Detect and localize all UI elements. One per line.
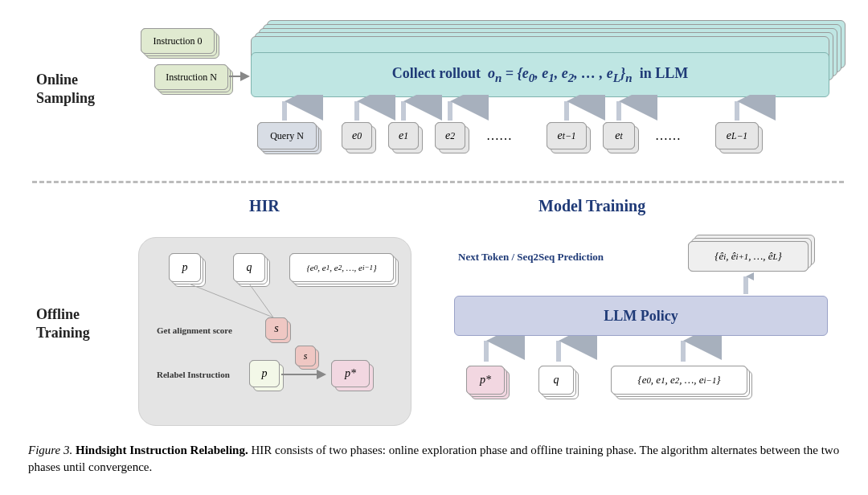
e2-card: e2 <box>435 122 465 149</box>
phase-divider <box>32 181 844 183</box>
relabel-arrow <box>280 366 330 382</box>
ellipsis-1: …… <box>486 129 512 143</box>
svg-line-8 <box>189 284 273 317</box>
e1-card: e1 <box>388 122 419 149</box>
q-card: q <box>233 253 265 282</box>
get-alignment-label: Get alignment score <box>157 325 232 335</box>
etm1-card: et−1 <box>547 122 587 149</box>
input-seq-card: {e0, e1, e2, …, ei−1} <box>611 366 747 395</box>
q2-card: q <box>538 366 574 395</box>
instruction-n-card: Instruction N <box>154 64 228 90</box>
pstar-card: p* <box>331 360 370 387</box>
relabel-label: Relabel Instruction <box>157 370 230 379</box>
et-card: et <box>603 122 635 149</box>
llm-policy-bar: LLM Policy <box>454 296 828 336</box>
s2-card: s <box>295 346 316 366</box>
pstar2-card: p* <box>466 366 505 395</box>
rollout-text: Collect rollout on = {e0, e1, e2, … , eL… <box>392 65 688 85</box>
input-arrows <box>454 336 828 365</box>
elm1-card: eL−1 <box>715 122 759 149</box>
s1-card: s <box>265 317 288 340</box>
model-training-heading: Model Training <box>538 197 645 215</box>
output-seq-card: {êi, êi+1, …, êL} <box>688 241 809 272</box>
online-sampling-label: Online Sampling <box>36 71 95 108</box>
seq-card: {e0, e1, e2, …, ei−1} <box>289 253 394 282</box>
next-token-label: Next Token / Seq2Seq Prediction <box>458 251 604 264</box>
e0-card: e0 <box>342 122 372 149</box>
ellipsis-2: …… <box>655 129 681 143</box>
p2-card: p <box>249 360 280 387</box>
figure-caption: Figure 3. Hindsight Instruction Relabeli… <box>28 442 840 476</box>
align-arrow <box>185 284 281 320</box>
token-arrows <box>251 95 829 124</box>
offline-training-label: Offline Training <box>36 305 90 343</box>
hir-heading: HIR <box>249 197 280 215</box>
query-n-card: Query N <box>257 122 317 149</box>
rollout-banner: Collect rollout on = {e0, e1, e2, … , eL… <box>251 52 829 97</box>
output-arrow <box>738 272 754 296</box>
p-card: p <box>169 253 201 282</box>
instruction-0-card: Instruction 0 <box>141 28 215 54</box>
